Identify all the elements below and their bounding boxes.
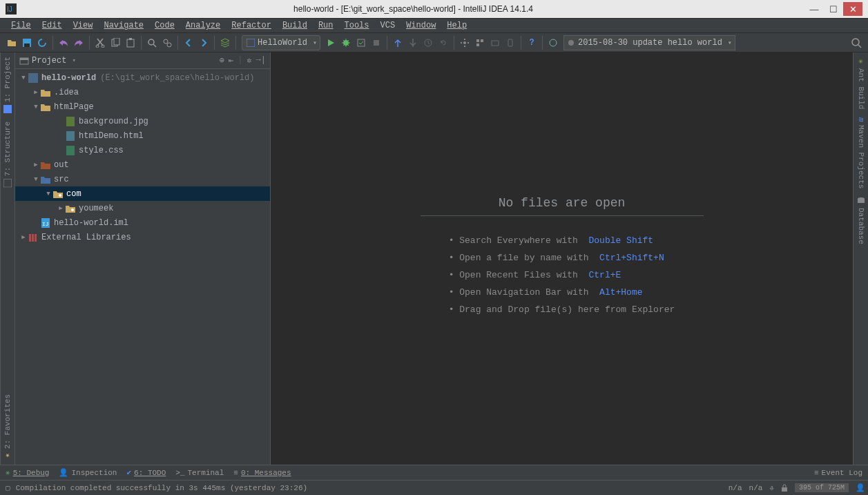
project-structure-icon[interactable] — [472, 35, 488, 50]
status-encoding[interactable]: n/a — [729, 484, 742, 492]
run-config-label: HelloWorld — [258, 38, 307, 48]
search-everywhere-icon[interactable] — [849, 35, 864, 50]
menu-help[interactable]: Help — [441, 19, 472, 32]
separator — [177, 36, 178, 50]
save-icon[interactable] — [19, 35, 35, 50]
minimize-button[interactable]: — — [804, 2, 824, 16]
stop-icon[interactable] — [369, 35, 384, 50]
window-controls: — ☐ ✕ — [804, 2, 862, 16]
collapse-all-icon[interactable]: ⇤ — [229, 55, 233, 66]
tree-node-iml[interactable]: IJhello-world.iml — [15, 215, 270, 230]
iml-file-icon: IJ — [40, 217, 51, 229]
tree-node-libs[interactable]: ▶External Libraries — [15, 230, 270, 244]
tree-node-idea[interactable]: ▶.idea — [15, 85, 270, 99]
project-tree[interactable]: ▼hello-world(E:\git_work_space\hello-wor… — [15, 69, 270, 465]
sync-icon[interactable] — [35, 35, 50, 50]
tab-maven[interactable]: mMaven Projects — [853, 113, 868, 193]
forward-icon[interactable] — [196, 35, 211, 50]
tree-node-html[interactable]: htmlDemo.html — [15, 128, 270, 143]
editor-area[interactable]: No files are open Search Everywhere with… — [271, 52, 853, 465]
tree-node-root[interactable]: ▼hello-world(E:\git_work_space\hello-wor… — [15, 70, 270, 85]
tree-node-youmeek[interactable]: ▶youmeek — [15, 201, 270, 215]
hector-icon[interactable]: 👤 — [856, 483, 865, 492]
vcs-history-icon[interactable] — [421, 35, 436, 50]
svg-rect-31 — [66, 117, 75, 126]
replace-icon[interactable] — [160, 35, 175, 50]
separator — [521, 36, 521, 50]
vcs-commit-icon[interactable] — [405, 35, 421, 50]
tree-node-htmlpage[interactable]: ▼htmlPage — [15, 99, 270, 114]
avd-icon[interactable] — [503, 35, 518, 50]
open-icon[interactable] — [4, 35, 19, 50]
lock-icon[interactable] — [781, 484, 788, 492]
tab-ant-build[interactable]: ✳Ant Build — [853, 52, 868, 113]
empty-editor-placeholder: No files are open Search Everywhere with… — [421, 196, 704, 322]
menu-run[interactable]: Run — [313, 19, 339, 32]
status-line-sep[interactable]: n/a — [749, 484, 763, 492]
run-icon[interactable] — [323, 35, 338, 50]
memory-indicator[interactable]: 395 of 725M — [795, 483, 849, 492]
tab-structure[interactable]: 7: Structure — [1, 117, 15, 191]
tab-terminal[interactable]: >_Terminal — [175, 469, 224, 477]
undo-icon[interactable] — [56, 35, 71, 50]
sdk-icon[interactable] — [488, 35, 503, 50]
tab-todo[interactable]: ✔6: TODO — [126, 468, 166, 477]
menu-refactor[interactable]: Refactor — [226, 19, 277, 32]
paste-icon[interactable] — [123, 35, 138, 50]
find-icon[interactable] — [144, 35, 160, 50]
help-icon[interactable]: ? — [524, 35, 539, 50]
scroll-to-source-icon[interactable]: ⊕ — [220, 55, 224, 66]
vcs-log-dropdown[interactable]: 2015-08-30 update hello world — [563, 35, 735, 50]
tab-event-log[interactable]: ≡Event Log — [814, 469, 862, 477]
menu-navigate[interactable]: Navigate — [98, 19, 149, 32]
svg-rect-30 — [28, 73, 38, 83]
jrebel-icon[interactable] — [546, 35, 561, 50]
insert-mode-icon[interactable]: ⎀ — [769, 483, 774, 492]
menu-build[interactable]: Build — [277, 19, 313, 32]
hide-panel-icon[interactable]: →| — [256, 55, 266, 66]
menu-view[interactable]: View — [68, 19, 99, 32]
maximize-button[interactable]: ☐ — [824, 2, 843, 16]
separator — [542, 36, 543, 50]
bottom-tool-stripe: ✳5: Debug 👤Inspection ✔6: TODO >_Termina… — [0, 465, 868, 480]
copy-icon[interactable] — [108, 35, 123, 50]
svg-rect-42 — [858, 199, 865, 203]
close-button[interactable]: ✕ — [843, 2, 862, 16]
menu-edit[interactable]: Edit — [37, 19, 68, 32]
menu-vcs[interactable]: VCS — [375, 19, 401, 32]
build-icon[interactable] — [218, 35, 233, 50]
menu-file[interactable]: File — [6, 19, 37, 32]
separator — [454, 36, 454, 50]
menu-window[interactable]: Window — [401, 19, 441, 32]
svg-text:IJ: IJ — [42, 221, 49, 227]
redo-icon[interactable] — [71, 35, 86, 50]
svg-rect-43 — [782, 487, 787, 492]
tab-debug[interactable]: ✳5: Debug — [6, 468, 49, 477]
tab-project[interactable]: 1: Project — [1, 52, 15, 117]
run-config-dropdown[interactable]: HelloWorld — [242, 35, 320, 50]
tab-favorites[interactable]: ★ 2: Favorites — [1, 390, 15, 465]
back-icon[interactable] — [181, 35, 196, 50]
settings-icon[interactable] — [457, 35, 472, 50]
tool-windows-icon[interactable]: ▢ — [3, 483, 13, 492]
menu-code[interactable]: Code — [149, 19, 180, 32]
tab-messages[interactable]: ≡0: Messages — [233, 469, 291, 477]
tree-node-out[interactable]: ▶out — [15, 157, 270, 172]
tab-inspection[interactable]: 👤Inspection — [59, 468, 117, 477]
debug-icon[interactable] — [338, 35, 354, 50]
project-view-dropdown[interactable]: Project — [19, 56, 76, 66]
libraries-icon — [28, 232, 39, 243]
tab-database[interactable]: Database — [853, 193, 868, 249]
coverage-icon[interactable] — [354, 35, 369, 50]
cut-icon[interactable] — [93, 35, 108, 50]
tree-node-bg[interactable]: background.jpg — [15, 114, 270, 128]
svg-point-35 — [71, 208, 74, 211]
menu-analyze[interactable]: Analyze — [180, 19, 226, 32]
vcs-revert-icon[interactable] — [436, 35, 451, 50]
tree-node-com[interactable]: ▼com — [15, 186, 270, 201]
vcs-update-icon[interactable] — [390, 35, 405, 50]
tree-node-src[interactable]: ▼src — [15, 172, 270, 186]
menu-tools[interactable]: Tools — [339, 19, 375, 32]
tree-node-css[interactable]: style.css — [15, 143, 270, 157]
panel-settings-icon[interactable]: ✲ — [247, 55, 251, 66]
